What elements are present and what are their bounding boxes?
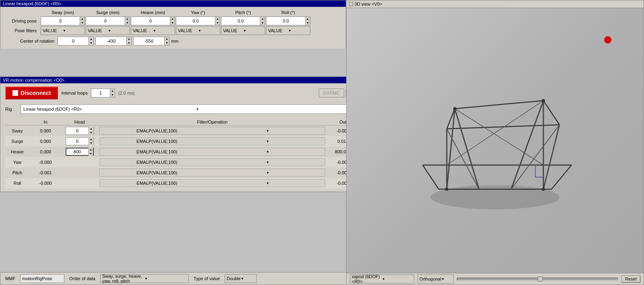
view3d-icon <box>349 2 353 6</box>
interval-loops-label: Interval loops <box>61 91 87 95</box>
filter-heave[interactable]: VALUE ▼ <box>131 26 175 35</box>
row-filter-roll[interactable]: EMALP(VALUE;100) ▼ <box>98 178 327 188</box>
view3d-titlebar: 3D view <V0> <box>347 0 644 8</box>
cor-unit: mm <box>171 39 178 43</box>
driving-pose-yaw[interactable]: ▲▼ <box>176 17 220 25</box>
top-panel-titlebar: Linear hexapod (6DOF) <R0> <box>0 0 346 7</box>
th-in: In <box>29 119 62 126</box>
type-label: Type of value <box>194 276 220 281</box>
svg-line-16 <box>511 125 559 189</box>
type-select[interactable]: Double ▼ <box>225 274 257 283</box>
svg-line-17 <box>447 101 543 165</box>
driving-pose-heave[interactable]: ▲▼ <box>131 17 175 25</box>
center-of-rotation-row: Center of rotation ▲▼ ▲▼ ▲▼ mm <box>4 37 343 45</box>
svg-point-21 <box>445 188 448 191</box>
filter-select[interactable]: EMALP(VALUE;100) ▼ <box>99 158 325 166</box>
row-in-roll: -0.000 <box>29 178 62 188</box>
filter-roll[interactable]: VALUE ▼ <box>266 26 310 35</box>
svg-point-22 <box>542 188 545 191</box>
filter-sway[interactable]: VALUE ▼ <box>41 26 85 35</box>
row-in-sway: 0.000 <box>29 126 62 136</box>
svg-line-2 <box>551 165 572 189</box>
row-filter-pitch[interactable]: EMALP(VALUE;100) ▼ <box>98 167 327 178</box>
svg-line-5 <box>455 101 543 109</box>
oxrmc-button[interactable]: OXRMC <box>319 89 344 97</box>
data-table: In Head Filter/Operation Out Sway 0.000 … <box>5 119 371 188</box>
driving-pose-sway[interactable]: ▲▼ <box>41 17 85 25</box>
row-filter-yaw[interactable]: EMALP(VALUE;100) ▼ <box>98 157 327 167</box>
stop-icon <box>12 90 18 96</box>
th-head: Head <box>62 119 98 126</box>
filter-select[interactable]: EMALP(VALUE;100) ▼ <box>99 169 325 177</box>
view-type-select[interactable]: Orthogonal ▼ <box>417 275 454 283</box>
pose-filters-label: Pose filters <box>4 28 40 33</box>
col-header-pitch: Pitch (°) <box>221 9 265 16</box>
view3d-canvas[interactable] <box>347 8 644 282</box>
interval-value[interactable]: ▲▼ <box>91 89 115 97</box>
zoom-thumb[interactable] <box>538 277 543 281</box>
filter-yaw[interactable]: VALUE ▼ <box>176 26 220 35</box>
row-head-pitch[interactable] <box>62 167 98 178</box>
svg-line-8 <box>447 125 559 129</box>
row-label-heave: Heave <box>5 147 29 157</box>
filter-pitch[interactable]: VALUE ▼ <box>221 26 265 35</box>
row-label-pitch: Pitch <box>5 167 29 178</box>
head-spinbox[interactable]: ▲▼ <box>66 148 94 156</box>
mmf-input[interactable] <box>20 274 64 283</box>
rig-status-select[interactable]: xapod (6DOF) <R0> ▼ <box>350 275 414 283</box>
reset-button[interactable]: Reset <box>621 275 640 283</box>
driving-pose-surge[interactable]: ▲▼ <box>86 17 130 25</box>
cor-x[interactable]: ▲▼ <box>58 37 94 45</box>
driving-pose-roll[interactable]: ▲▼ <box>266 17 310 25</box>
svg-point-24 <box>453 107 456 110</box>
row-in-pitch: -0.001 <box>29 167 62 178</box>
head-spinbox[interactable]: ▲▼ <box>66 137 94 145</box>
mmf-label: MMF <box>5 276 15 281</box>
svg-line-14 <box>543 125 559 189</box>
disconnect-button[interactable]: Disconnect <box>5 87 58 99</box>
col-header-yaw: Yaw (°) <box>176 9 220 16</box>
svg-line-15 <box>447 129 479 189</box>
col-header-heave: Heave (mm) <box>131 9 175 16</box>
head-spinbox[interactable]: ▲▼ <box>66 127 94 135</box>
row-head-yaw[interactable] <box>62 157 98 167</box>
row-in-surge: 0.000 <box>29 136 62 147</box>
svg-line-9 <box>447 109 455 189</box>
red-dot-indicator <box>604 36 611 43</box>
filter-select[interactable]: EMALP(VALUE;100) ▼ <box>99 148 325 156</box>
row-in-yaw: -0.000 <box>29 157 62 167</box>
svg-line-11 <box>455 109 479 189</box>
hexapod-wireframe <box>415 68 576 221</box>
zoom-slider[interactable] <box>457 278 618 280</box>
row-head-sway[interactable]: ▲▼ <box>62 126 98 136</box>
row-label-roll: Roll <box>5 178 29 188</box>
cor-y[interactable]: ▲▼ <box>95 37 132 45</box>
vr-panel-titlebar: VR motion compensation <O0> <box>0 77 376 83</box>
filter-select[interactable]: EMALP(VALUE;100) ▼ <box>99 127 325 135</box>
order-select[interactable]: Sway, surge, heave, yaw, roll, pitch ▼ <box>100 274 189 283</box>
row-filter-heave[interactable]: EMALP(VALUE;100) ▼ <box>98 147 327 157</box>
row-head-surge[interactable]: ▲▼ <box>62 136 98 147</box>
row-head-roll[interactable] <box>62 178 98 188</box>
top-panel-title: Linear hexapod (6DOF) <R0> <box>3 1 62 6</box>
filter-select[interactable]: EMALP(VALUE;100) ▼ <box>99 137 325 145</box>
svg-line-6 <box>543 101 559 125</box>
rig-select[interactable]: Linear hexapod (6DOF) <R0> ▼ <box>21 104 371 114</box>
vr-panel-title: VR motion compensation <O0> <box>3 78 64 83</box>
row-filter-sway[interactable]: EMALP(VALUE;100) ▼ <box>98 126 327 136</box>
cor-z[interactable]: ▲▼ <box>133 37 169 45</box>
col-header-roll: Roll (°) <box>266 9 310 16</box>
filter-select[interactable]: EMALP(VALUE;100) ▼ <box>99 179 325 187</box>
driving-pose-label: Driving pose <box>4 19 40 23</box>
view3d-panel: 3D view <V0> <box>346 0 644 285</box>
svg-line-12 <box>511 101 543 189</box>
filter-surge[interactable]: VALUE ▼ <box>86 26 130 35</box>
col-header-sway: Sway (mm) <box>41 9 85 16</box>
svg-line-3 <box>423 165 439 189</box>
row-label-yaw: Yaw <box>5 157 29 167</box>
row-in-heave: 0.000 <box>29 147 62 157</box>
row-filter-surge[interactable]: EMALP(VALUE;100) ▼ <box>98 136 327 147</box>
driving-pose-pitch[interactable]: ▲▼ <box>221 17 265 25</box>
row-head-heave[interactable]: ▲▼ <box>62 147 98 157</box>
order-label: Order of data <box>69 276 95 281</box>
